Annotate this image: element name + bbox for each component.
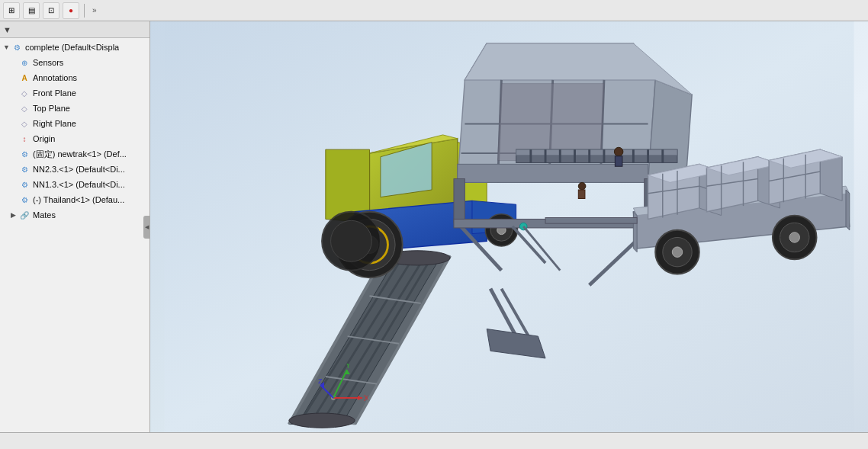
toolbar-expand[interactable]: »	[92, 6, 97, 14]
toolbar-btn-4[interactable]: ●	[63, 2, 79, 19]
svg-line-106	[320, 385, 333, 398]
sidebar: ▼ ▼ ⚙ complete (Default<Displa ⊕ Sensors…	[0, 21, 150, 432]
label-root: complete (Default<Displa	[25, 43, 119, 52]
coordinate-axes: X Y Z	[318, 364, 364, 409]
label-mates: Mates	[33, 210, 56, 220]
svg-point-91	[578, 182, 586, 190]
label-origin: Origin	[33, 134, 55, 143]
icon-nn23: ⚙	[18, 163, 31, 175]
icon-right-plane: ◇	[18, 117, 31, 130]
icon-mates: 🔗	[18, 209, 31, 221]
label-top-plane: Top Plane	[33, 104, 70, 113]
tree-item-top-plane[interactable]: ◇ Top Plane	[0, 101, 149, 116]
icon-thailand: ⚙	[18, 194, 31, 206]
svg-rect-88	[545, 217, 637, 223]
svg-text:Y: Y	[346, 364, 351, 370]
label-nn13: NN1.3.<1> (Default<Di...	[33, 180, 125, 189]
svg-text:X: X	[364, 394, 368, 402]
3d-viewport[interactable]: X Y Z	[150, 21, 868, 432]
tree-item-right-plane[interactable]: ◇ Right Plane	[0, 116, 149, 131]
icon-annotations: A	[18, 72, 31, 84]
svg-marker-101	[358, 396, 362, 400]
toolbar-btn-2[interactable]: ▤	[23, 2, 40, 19]
tree-item-nn23[interactable]: ⚙ NN2.3.<1> (Default<Di...	[0, 162, 149, 177]
svg-point-13	[289, 413, 355, 428]
toolbar: ⊞ ▤ ⊡ ● »	[0, 0, 868, 21]
toolbar-separator	[84, 4, 85, 18]
icon-sensors: ⊕	[18, 56, 31, 69]
toolbar-btn-1[interactable]: ⊞	[3, 2, 20, 19]
svg-rect-48	[516, 149, 677, 156]
label-nn23: NN2.3.<1> (Default<Di...	[33, 165, 125, 174]
sidebar-collapse-button[interactable]: ◀	[143, 216, 149, 239]
icon-origin: ↕	[18, 133, 31, 145]
toolbar-btn-3[interactable]: ⊡	[43, 2, 59, 19]
tree-item-sensors[interactable]: ⊕ Sensors	[0, 55, 149, 70]
tree-item-front-plane[interactable]: ◇ Front Plane	[0, 85, 149, 101]
label-sensors: Sensors	[33, 58, 63, 67]
filter-bar: ▼	[0, 21, 149, 38]
tree-item-mates[interactable]: ▶ 🔗 Mates	[0, 207, 149, 223]
svg-rect-42	[454, 179, 465, 223]
main-layout: ▼ ▼ ⚙ complete (Default<Displa ⊕ Sensors…	[0, 21, 868, 432]
statusbar	[0, 432, 868, 449]
tree-item-newtrak[interactable]: ⚙ (固定) newtrak<1> (Def...	[0, 146, 149, 162]
label-front-plane: Front Plane	[33, 88, 76, 98]
expand-arrow-mates[interactable]: ▶	[11, 211, 18, 219]
icon-nn13: ⚙	[18, 178, 31, 191]
tree-item-annotations[interactable]: A Annotations	[0, 70, 149, 85]
svg-point-27	[331, 220, 372, 261]
svg-point-84	[672, 247, 682, 257]
svg-marker-41	[498, 84, 604, 161]
svg-marker-40	[458, 164, 648, 182]
label-newtrak: (固定) newtrak<1> (Def...	[33, 149, 127, 160]
sidebar-tree[interactable]: ▼ ⚙ complete (Default<Displa ⊕ Sensors A…	[0, 38, 149, 432]
svg-text:Z: Z	[318, 377, 323, 385]
label-annotations: Annotations	[33, 73, 77, 82]
icon-root: ⚙	[11, 41, 23, 53]
icon-front-plane: ◇	[18, 87, 31, 99]
icon-top-plane: ◇	[18, 102, 31, 114]
filter-icon[interactable]: ▼	[3, 25, 11, 34]
tree-item-thailand[interactable]: ⚙ (-) Thailand<1> (Defau...	[0, 192, 149, 207]
tree-item-root[interactable]: ▼ ⚙ complete (Default<Displa	[0, 40, 149, 55]
expand-arrow-root[interactable]: ▼	[3, 43, 11, 51]
3d-model	[150, 21, 868, 432]
svg-point-87	[789, 233, 799, 242]
tree-item-origin[interactable]: ↕ Origin	[0, 131, 149, 146]
svg-rect-90	[615, 156, 622, 166]
icon-newtrak: ⚙	[18, 148, 31, 160]
svg-point-89	[614, 147, 623, 156]
svg-rect-92	[578, 190, 585, 199]
label-thailand: (-) Thailand<1> (Defau...	[33, 195, 124, 204]
svg-marker-62	[846, 190, 850, 230]
label-right-plane: Right Plane	[33, 119, 76, 128]
tree-item-nn13[interactable]: ⚙ NN1.3.<1> (Default<Di...	[0, 177, 149, 192]
svg-marker-104	[344, 370, 350, 374]
